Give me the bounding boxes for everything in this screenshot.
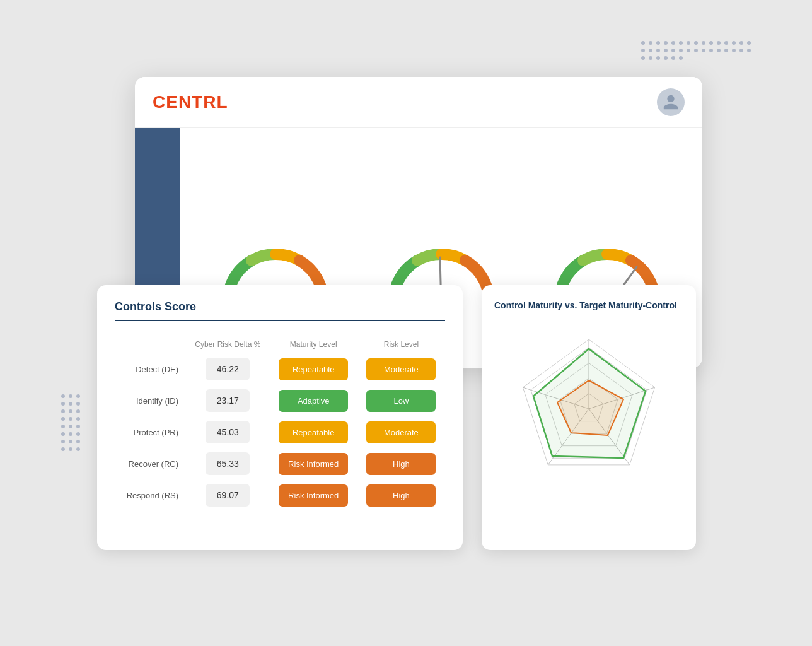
radar-card: Control Maturity vs. Target Maturity-Con… [482,285,696,550]
user-avatar[interactable] [657,88,685,116]
row-risk: High [357,481,445,509]
col-header-maturity: Maturity Level [270,338,357,351]
row-maturity: Repeatable [270,418,357,446]
row-delta: 69.07 [186,481,270,509]
controls-score-title: Controls Score [115,300,445,321]
app-logo: CENTRL [153,92,228,112]
row-name: Protect (PR) [115,418,186,446]
row-risk: Moderate [357,355,445,383]
row-maturity: Adaptive [270,387,357,414]
table-row: Protect (PR) 45.03 Repeatable Moderate [115,418,445,446]
radar-chart [494,320,683,497]
avatar-icon [662,93,680,111]
controls-score-card: Controls Score Cyber Risk Delta % Maturi… [97,285,463,550]
table-row: Identify (ID) 23.17 Adaptive Low [115,387,445,414]
row-maturity: Risk Informed [270,481,357,509]
table-row: Recover (RC) 65.33 Risk Informed High [115,450,445,478]
row-name: Identify (ID) [115,387,186,414]
row-name: Recover (RC) [115,450,186,478]
dots-decoration-left [59,392,97,531]
row-delta: 45.03 [186,418,270,446]
row-delta: 46.22 [186,355,270,383]
radar-title: Control Maturity vs. Target Maturity-Con… [494,300,683,310]
scene: CENTRL [59,39,753,607]
row-maturity: Risk Informed [270,450,357,478]
row-name: Detect (DE) [115,355,186,383]
row-risk: Moderate [357,418,445,446]
row-maturity: Repeatable [270,355,357,383]
header: CENTRL [135,77,702,128]
table-row: Detect (DE) 46.22 Repeatable Moderate [115,355,445,383]
controls-table: Cyber Risk Delta % Maturity Level Risk L… [115,334,445,513]
row-delta: 23.17 [186,387,270,414]
col-header-name [115,338,186,351]
row-risk: Low [357,387,445,414]
row-risk: High [357,450,445,478]
row-delta: 65.33 [186,450,270,478]
bottom-row: Controls Score Cyber Risk Delta % Maturi… [97,285,715,550]
row-name: Respond (RS) [115,481,186,509]
col-header-risk: Risk Level [357,338,445,351]
col-header-delta: Cyber Risk Delta % [186,338,270,351]
table-row: Respond (RS) 69.07 Risk Informed High [115,481,445,509]
